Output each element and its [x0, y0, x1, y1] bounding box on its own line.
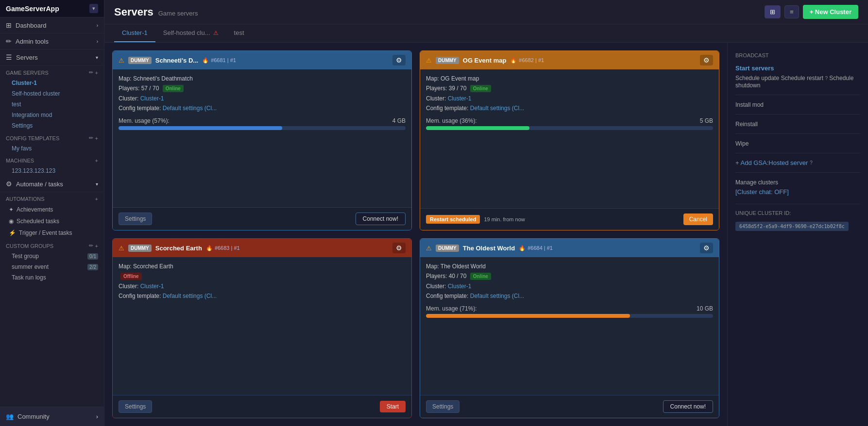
- server-1-cluster-link[interactable]: Cluster-1: [140, 95, 164, 102]
- machines-section: Machines +: [0, 154, 104, 165]
- schedule-restart-link[interactable]: Schedule restart ?: [781, 73, 830, 83]
- grid-view-btn[interactable]: ⊞: [765, 5, 781, 18]
- reinstall-link[interactable]: Reinstall: [735, 119, 758, 130]
- server-2-progress-fill: [426, 126, 529, 130]
- server-1-status: Online: [163, 85, 184, 92]
- server-cards-grid: ⚠ DUMMY Schneeti's D... 🔥 #6681 | #1 ⚙ M…: [104, 43, 727, 426]
- new-cluster-btn[interactable]: + New Cluster: [803, 5, 858, 19]
- custom-groups-section: Custom groups ✏ +: [0, 239, 104, 251]
- server-3-status: Offline: [120, 273, 142, 280]
- tab-test[interactable]: test: [226, 24, 252, 42]
- server-3-config-link[interactable]: Default settings (Cl...: [163, 293, 217, 299]
- add-config-btn[interactable]: +: [95, 135, 98, 141]
- server-3-settings-btn[interactable]: Settings: [119, 400, 152, 413]
- list-view-btn[interactable]: ≡: [784, 5, 799, 18]
- sidebar-test-group[interactable]: Test group 0/1: [0, 251, 104, 262]
- sidebar-link-cluster1[interactable]: Cluster-1: [0, 78, 104, 88]
- tab-self-hosted[interactable]: Self-hosted clu... ⚠: [155, 24, 226, 42]
- server-3-config: Config template: Default settings (Cl...: [119, 293, 406, 299]
- sidebar-header-dropdown[interactable]: ▾: [89, 4, 98, 13]
- scheduled-tasks-label: Scheduled tasks: [17, 218, 59, 225]
- server-1-progress-bar: [119, 126, 406, 130]
- sidebar-link-integration-mod[interactable]: Integration mod: [0, 110, 104, 120]
- community-bar[interactable]: 👥 Community ›: [0, 407, 104, 426]
- add-machine-btn[interactable]: +: [95, 158, 98, 164]
- server-3-cluster-link[interactable]: Cluster-1: [140, 283, 164, 290]
- sidebar-scheduled-tasks[interactable]: ◉ Scheduled tasks: [0, 215, 104, 227]
- server-2-warning-icon: ⚠: [426, 57, 432, 64]
- test-group-label: Test group: [12, 253, 39, 260]
- sidebar-task-run-logs[interactable]: Task run logs: [0, 272, 104, 283]
- server-3-footer: Settings Start: [113, 395, 411, 418]
- sidebar-summer-event[interactable]: summer event 2/2: [0, 262, 104, 272]
- server-4-cluster-link[interactable]: Cluster-1: [448, 283, 472, 290]
- sidebar-item-servers[interactable]: ☰ Servers ▾: [0, 49, 104, 66]
- trigger-tasks-label: Trigger / Event tasks: [19, 229, 72, 236]
- server-3-gear-btn[interactable]: ⚙: [392, 243, 406, 253]
- sidebar-link-test[interactable]: test: [0, 99, 104, 110]
- server-card-4: ⚠ DUMMY The Oldest World 🔥 #6684 | #1 ⚙ …: [420, 238, 719, 418]
- server-2-cancel-btn[interactable]: Cancel: [683, 213, 713, 225]
- server-2-config-link[interactable]: Default settings (Cl...: [470, 105, 524, 112]
- server-4-gear-btn[interactable]: ⚙: [700, 243, 713, 253]
- install-mod-link[interactable]: Install mod: [735, 99, 764, 110]
- server-1-footer: Settings Connect now!: [113, 207, 411, 230]
- sidebar-trigger-tasks[interactable]: ⚡ Trigger / Event tasks: [0, 227, 104, 239]
- machines-label: Machines: [6, 158, 34, 164]
- manage-clusters-link[interactable]: Manage clusters: [735, 177, 778, 188]
- divider-1: [735, 95, 860, 95]
- add-gsa-hosted-link[interactable]: + Add GSA:Hosted server ?: [735, 159, 860, 166]
- server-2-map: Map: OG Event map: [426, 75, 713, 82]
- server-2-mem-value: 5 GB: [700, 117, 713, 124]
- server-4-config-link[interactable]: Default settings (Cl...: [470, 293, 524, 299]
- sidebar-achievements[interactable]: ✦ Achievements: [0, 204, 104, 215]
- automations-label: Automations: [6, 196, 45, 202]
- servers-icon: ☰: [6, 53, 12, 61]
- add-automation-btn[interactable]: +: [95, 196, 98, 202]
- sidebar-link-settings[interactable]: Settings: [0, 120, 104, 131]
- server-2-gear-btn[interactable]: ⚙: [700, 55, 713, 66]
- sidebar-item-automate[interactable]: ⚙ Automate / tasks ▾: [0, 176, 104, 192]
- server-4-connect-btn[interactable]: Connect now!: [663, 400, 713, 413]
- server-1-settings-btn[interactable]: Settings: [119, 213, 152, 225]
- divider-6: [735, 204, 860, 204]
- tab-cluster-1[interactable]: Cluster-1: [114, 24, 155, 42]
- server-3-start-btn[interactable]: Start: [380, 401, 406, 412]
- server-4-footer: Settings Connect now!: [420, 395, 719, 418]
- edit-config-btn[interactable]: ✏: [89, 135, 93, 141]
- trigger-tasks-icon: ⚡: [9, 229, 16, 236]
- server-3-dummy-badge: DUMMY: [128, 245, 152, 252]
- server-1-config-link[interactable]: Default settings (Cl...: [163, 105, 217, 112]
- server-2-cluster-link[interactable]: Cluster-1: [448, 95, 472, 102]
- sidebar-item-admin-tools[interactable]: ✏ Admin tools ›: [0, 33, 104, 49]
- test-group-badge: 0/1: [87, 253, 98, 260]
- server-4-settings-btn[interactable]: Settings: [426, 400, 460, 413]
- sidebar-item-dashboard[interactable]: ⊞ Dashboard ›: [0, 17, 104, 33]
- community-arrow: ›: [96, 413, 98, 420]
- add-custom-group-btn[interactable]: +: [95, 243, 98, 249]
- tab-self-hosted-warning: ⚠: [213, 30, 219, 36]
- tab-self-hosted-label: Self-hosted clu...: [163, 29, 210, 36]
- server-2-status: Online: [470, 85, 491, 92]
- server-2-body: Map: OG Event map Players: 39 / 70 Onlin…: [420, 69, 719, 208]
- server-1-players: Players: 57 / 70 Online: [119, 85, 406, 92]
- dashboard-icon: ⊞: [6, 21, 12, 29]
- server-4-id: #6684 | #1: [528, 245, 553, 251]
- tab-test-label: test: [234, 29, 244, 36]
- edit-game-servers-btn[interactable]: ✏: [89, 69, 93, 76]
- tab-cluster1-label: Cluster-1: [122, 29, 148, 36]
- sidebar-link-machine[interactable]: 123.123.123.123: [0, 165, 104, 176]
- server-1-cluster: Cluster: Cluster-1: [119, 95, 406, 102]
- summer-event-label: summer event: [12, 263, 49, 270]
- server-1-body: Map: Schneeti's Deathmatch Players: 57 /…: [113, 69, 411, 207]
- sidebar-link-self-hosted[interactable]: Self-hosted cluster: [0, 88, 104, 99]
- server-2-footer: Restart scheduled 19 min. from now Cance…: [420, 208, 719, 230]
- server-1-connect-btn[interactable]: Connect now!: [356, 213, 406, 225]
- server-1-gear-btn[interactable]: ⚙: [392, 55, 406, 66]
- wipe-link[interactable]: Wipe: [735, 138, 749, 149]
- sidebar-link-my-favs[interactable]: My favs: [0, 143, 104, 154]
- server-2-cluster: Cluster: Cluster-1: [426, 95, 713, 102]
- automations-section: Automations +: [0, 192, 104, 204]
- add-game-server-btn[interactable]: +: [95, 69, 98, 76]
- edit-custom-groups-btn[interactable]: ✏: [89, 243, 93, 249]
